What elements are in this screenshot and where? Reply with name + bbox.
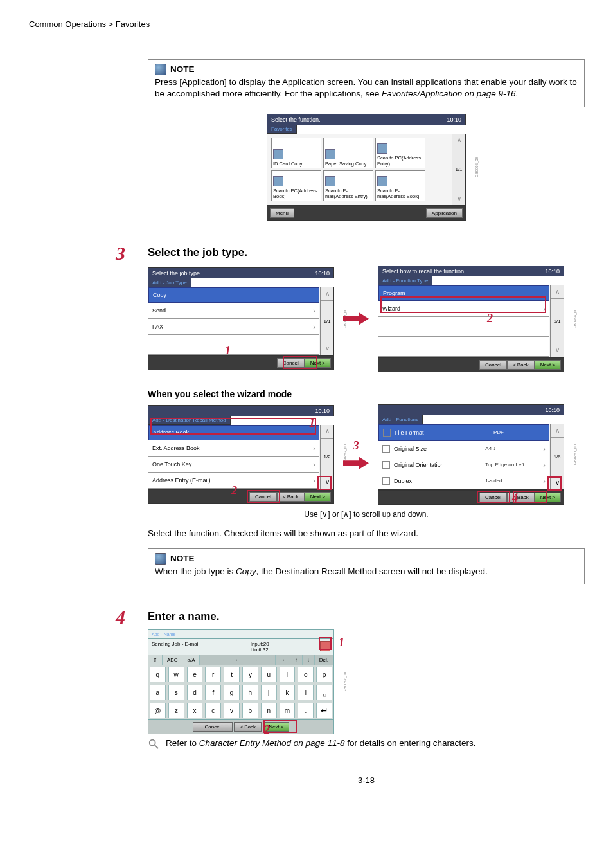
page-number: 3-18 (148, 775, 585, 785)
arrow-up-key[interactable]: ↑ (290, 655, 303, 665)
chevron-right-icon: › (313, 460, 315, 468)
favorite-item[interactable]: Scan to PC(Address Book) (271, 170, 321, 201)
back-button[interactable]: < Back (277, 492, 305, 502)
mode-abc[interactable]: ABC (163, 655, 182, 665)
key-↵[interactable]: ↵ (316, 703, 332, 718)
list-item[interactable]: File Format PDF (378, 424, 549, 441)
cancel-button[interactable]: Cancel (193, 722, 233, 732)
list-item[interactable]: Duplex 1-sided› (378, 473, 549, 489)
favorite-label: Scan to E-mail(Address Book) (377, 188, 423, 199)
shift-key[interactable]: ⇧ (148, 655, 163, 665)
favorites-panel: Select the function. 10:10 Favorites ID … (267, 114, 466, 221)
key-o[interactable]: o (298, 667, 314, 682)
keyboard-panel: Add - Name Sending Job - E-mail Input:20… (148, 629, 334, 734)
magnifier-icon (148, 738, 159, 750)
key-j[interactable]: j (261, 685, 277, 700)
list-item[interactable]: Address Book (148, 425, 319, 440)
callout-number: 1 (225, 344, 231, 357)
key-x[interactable]: x (187, 703, 203, 718)
key-v[interactable]: v (224, 703, 240, 718)
key-w[interactable]: w (168, 667, 184, 682)
mode-case[interactable]: a/A (182, 655, 200, 665)
key-c[interactable]: c (205, 703, 221, 718)
delete-key[interactable]: Del. (315, 655, 333, 665)
key-r[interactable]: r (205, 667, 221, 682)
scroll-up-icon[interactable]: ∧ (452, 134, 465, 147)
step-number: 3 (116, 242, 125, 264)
next-button[interactable]: Next > (305, 492, 331, 502)
key-e[interactable]: e (187, 667, 203, 682)
key-u[interactable]: u (261, 667, 277, 682)
key-b[interactable]: b (242, 703, 258, 718)
functions-panel: 10:10 Add - Functions File Format PDF Or… (378, 404, 564, 505)
scroll-up-icon[interactable]: ∧ (321, 287, 333, 301)
application-button[interactable]: Application (426, 208, 463, 218)
key-h[interactable]: h (242, 685, 258, 700)
favorite-item[interactable]: ID Card Copy (271, 138, 321, 168)
next-button[interactable]: Next > (535, 493, 561, 502)
scroll-up-icon[interactable]: ∧ (321, 425, 333, 439)
key-d[interactable]: d (187, 685, 203, 700)
favorite-label: ID Card Copy (273, 161, 319, 167)
back-button[interactable]: < Back (507, 493, 535, 502)
next-button[interactable]: Next > (535, 360, 561, 370)
checkbox-icon (382, 461, 390, 469)
scroll-down-icon[interactable]: ∨ (551, 344, 564, 357)
scroll-down-icon[interactable]: ∨ (321, 476, 333, 489)
favorite-item[interactable]: Scan to E-mail(Address Entry) (323, 170, 373, 201)
cancel-button[interactable]: Cancel (479, 360, 507, 370)
favorite-item[interactable]: Scan to E-mail(Address Book) (375, 170, 425, 201)
next-button[interactable]: Next > (305, 358, 331, 368)
key-t[interactable]: t (224, 667, 240, 682)
cancel-button[interactable]: Cancel (479, 493, 507, 502)
list-item[interactable]: Send› (148, 303, 319, 319)
list-item[interactable]: FAX› (148, 319, 319, 335)
key-p[interactable]: p (316, 667, 332, 682)
key-@[interactable]: @ (150, 703, 166, 718)
key-y[interactable]: y (242, 667, 258, 682)
key-l[interactable]: l (298, 685, 314, 700)
list-label: FAX (152, 323, 163, 330)
favorite-item[interactable]: Paper Saving Copy (323, 138, 373, 168)
menu-button[interactable]: Menu (270, 208, 294, 218)
key-g[interactable]: g (224, 685, 240, 700)
backspace-icon[interactable] (320, 641, 330, 651)
list-item[interactable]: Original Size A4 ↕› (378, 441, 549, 457)
favorite-item[interactable]: Scan to PC(Address Entry) (375, 138, 425, 168)
scroll-down-icon[interactable]: ∨ (321, 342, 333, 355)
key-q[interactable]: q (150, 667, 166, 682)
panel-code: GB0096_00 (475, 157, 479, 177)
list-item[interactable]: Original Orientation Top Edge on Left› (378, 457, 549, 473)
list-item-empty (378, 317, 549, 337)
scroll-up-icon[interactable]: ∧ (551, 285, 564, 299)
panel-time: 10:10 (545, 407, 560, 413)
key-a[interactable]: a (150, 685, 166, 700)
key-i[interactable]: i (280, 667, 296, 682)
cancel-button[interactable]: Cancel (277, 358, 305, 368)
cancel-button[interactable]: Cancel (249, 492, 277, 502)
arrow-right-key[interactable]: → (276, 655, 290, 665)
list-item[interactable]: Wizard› (378, 301, 549, 317)
list-item[interactable]: One Touch Key› (148, 457, 319, 473)
ref-text: Refer to Character Entry Method on page … (166, 738, 476, 748)
back-button[interactable]: < Back (234, 722, 262, 732)
key-s[interactable]: s (168, 685, 184, 700)
scroll-down-icon[interactable]: ∨ (452, 192, 465, 205)
scroll-up-icon[interactable]: ∧ (551, 424, 564, 438)
list-item[interactable]: Ext. Address Book› (148, 440, 319, 457)
arrow-down-key[interactable]: ↓ (303, 655, 315, 665)
arrow-left-key[interactable]: ← (200, 655, 275, 665)
key-f[interactable]: f (205, 685, 221, 700)
list-item[interactable]: Copy (148, 287, 319, 303)
list-label: Ext. Address Book (152, 445, 200, 451)
key-z[interactable]: z (168, 703, 184, 718)
key-␣[interactable]: ␣ (316, 685, 332, 700)
list-item[interactable]: Program (378, 285, 549, 301)
scroll-down-icon[interactable]: ∨ (551, 476, 564, 489)
key-k[interactable]: k (280, 685, 296, 700)
key-.[interactable]: . (298, 703, 314, 718)
back-button[interactable]: < Back (507, 360, 535, 370)
key-n[interactable]: n (261, 703, 277, 718)
key-m[interactable]: m (280, 703, 296, 718)
panel-tab: Favorites (267, 125, 297, 134)
